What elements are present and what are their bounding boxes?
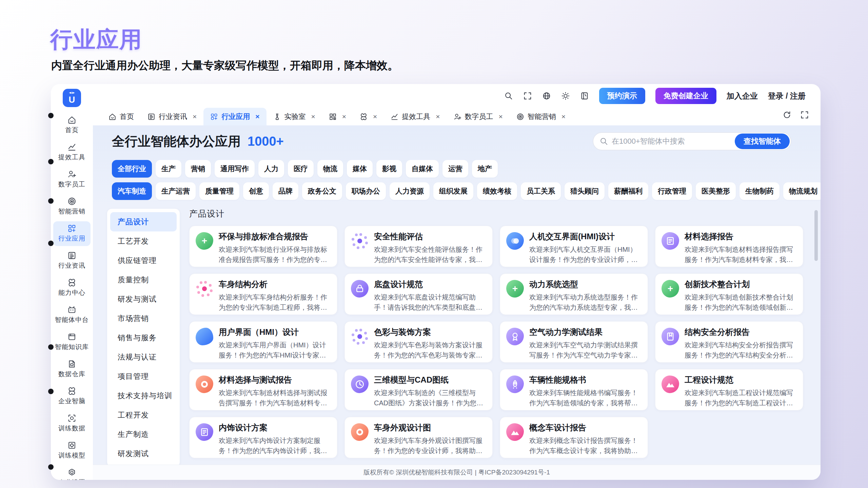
subcat[interactable]: 供应链管理	[110, 251, 177, 270]
chip[interactable]: 职场办公	[346, 182, 386, 200]
tab-close-icon[interactable]: ×	[561, 113, 566, 121]
agent-card[interactable]: 车辆性能规格书欢迎来到车辆性能规格书编写服务！作为汽车制造领域的专家，我将帮助您…	[500, 369, 648, 410]
refresh-icon[interactable]	[783, 110, 791, 119]
tab-tools[interactable]: 提效工具×	[384, 108, 447, 125]
subcat[interactable]: 销售与服务	[110, 328, 177, 347]
subcat[interactable]: 技术支持与培训	[110, 386, 177, 405]
agent-card[interactable]: 色彩与装饰方案欢迎来到汽车色彩与装饰方案设计服务！作为您的汽车色彩与装饰专家，我…	[344, 321, 493, 363]
create-enterprise-button[interactable]: 免费创建企业	[655, 88, 716, 104]
chip[interactable]: 营销	[185, 160, 211, 178]
agent-card[interactable]: 空气动力学测试结果欢迎来到汽车空气动力学测试结果撰写服务！作为汽车空气动力学专家…	[500, 321, 648, 363]
agent-card[interactable]: 人机交互界面(HMI)设计欢迎来到汽车人机交互界面（HMI）设计服务！作为您的专…	[500, 226, 648, 267]
globe-icon[interactable]	[542, 92, 551, 100]
content-scrollbar[interactable]	[814, 210, 818, 261]
tab-industry-apps[interactable]: 行业应用×	[203, 108, 266, 125]
agent-card[interactable]: 材料选择与测试报告欢迎来到汽车制造材料选择与测试报告撰写服务！作为汽车制造材料专…	[189, 369, 337, 410]
chip[interactable]: 医疗	[288, 160, 314, 178]
chip[interactable]: 创意	[243, 182, 269, 200]
book-demo-button[interactable]: 预约演示	[599, 88, 645, 104]
subcat[interactable]: 生产制造	[110, 425, 177, 444]
sidebar-item-industry-apps[interactable]: 行业应用	[53, 221, 91, 246]
sidebar-item-smart-marketing[interactable]: 智能营销	[53, 194, 91, 219]
subcat-product-design[interactable]: 产品设计	[110, 212, 177, 231]
chip[interactable]: 生产	[156, 160, 181, 178]
guide-icon[interactable]	[580, 92, 589, 100]
tab-lab[interactable]: 实验室×	[267, 108, 322, 125]
join-enterprise-link[interactable]: 加入企业	[727, 91, 758, 101]
agent-card[interactable]: 安全性能评估欢迎来到汽车安全性能评估服务！作为您的汽车安全性能评估专家，我将为您…	[344, 226, 493, 267]
sidebar-item-agent-platform[interactable]: 智能体中台	[53, 303, 91, 327]
tab-home[interactable]: 首页	[102, 108, 141, 125]
sidebar-item-enterprise-settings[interactable]: 企业设置	[53, 465, 91, 480]
tab-icon-only-2[interactable]: ×	[353, 108, 384, 125]
chip[interactable]: 自媒体	[406, 160, 439, 178]
sidebar-item-training-model[interactable]: 训练模型	[53, 438, 91, 463]
agent-card[interactable]: 概念车设计报告欢迎来到概念车设计报告撰写服务！作为汽车概念设计专家，我将协助您完…	[500, 417, 648, 458]
tab-close-icon[interactable]: ×	[255, 113, 259, 121]
chip[interactable]: 物流规划	[783, 182, 821, 200]
chip[interactable]: 地产	[472, 160, 498, 178]
tab-close-icon[interactable]: ×	[436, 113, 440, 121]
agent-card[interactable]: 用户界面（HMI）设计欢迎来到汽车用户界面（HMI）设计服务！作为您的汽车HMI…	[189, 321, 337, 363]
sidebar-item-training-data[interactable]: 训练数据	[53, 411, 91, 436]
chip[interactable]: 行政管理	[652, 182, 692, 200]
subcat[interactable]: 研发与测试	[110, 289, 177, 309]
tab-close-icon[interactable]: ×	[499, 113, 503, 121]
chip[interactable]: 物流	[317, 160, 343, 178]
agent-card[interactable]: +动力系统选型欢迎来到汽车动力系统选型服务！作为您的汽车动力系统选型专家，我将帮…	[500, 273, 648, 315]
subcat[interactable]: 质量控制	[110, 270, 177, 289]
chip-auto-manufacturing[interactable]: 汽车制造	[112, 182, 152, 200]
agent-card[interactable]: 车身结构分析欢迎来到汽车车身结构分析服务！作为您的专业汽车制造工程师，我将为您提…	[189, 273, 337, 315]
login-register-link[interactable]: 登录 / 注册	[768, 91, 806, 101]
theme-icon[interactable]	[561, 92, 570, 100]
chip[interactable]: 员工关系	[521, 182, 561, 200]
agent-card[interactable]: 工程设计规范欢迎来到汽车制造工程设计规范编写服务！作为您的汽车制造工程设计专家，…	[655, 369, 803, 410]
tab-smart-marketing[interactable]: 智能营销×	[510, 108, 572, 125]
sidebar-item-capability-center[interactable]: 能力中心	[53, 276, 91, 300]
chip-all-industries[interactable]: 全部行业	[112, 160, 152, 178]
sidebar-item-industry-news[interactable]: 行业资讯	[53, 248, 91, 273]
agent-card[interactable]: 结构安全分析报告欢迎来到汽车结构安全分析报告撰写服务！作为您的汽车结构安全分析师…	[655, 321, 803, 363]
agent-card[interactable]: 车身外观设计图欢迎来到汽车车身外观设计图撰写服务！作为您的专业设计师，我将助您打…	[344, 417, 493, 458]
chip[interactable]: 绩效考核	[477, 182, 517, 200]
agent-card[interactable]: 底盘设计规范欢迎来到汽车底盘设计规范编写助手！请告诉我您的汽车类型和底盘设计的特…	[344, 273, 493, 315]
sidebar-item-tools[interactable]: 提效工具	[53, 140, 91, 165]
chip[interactable]: 政务公文	[302, 182, 342, 200]
tab-industry-news[interactable]: 行业资讯×	[141, 108, 203, 125]
agent-card[interactable]: +创新技术整合计划欢迎来到汽车制造创新技术整合计划服务！作为您的汽车制造领域创新…	[655, 273, 803, 315]
sidebar-item-digital-staff[interactable]: 数字员工	[53, 167, 91, 192]
chip[interactable]: 组织发展	[433, 182, 473, 200]
tab-close-icon[interactable]: ×	[193, 113, 197, 121]
tab-close-icon[interactable]: ×	[373, 113, 377, 121]
agent-card[interactable]: 内饰设计方案欢迎来到汽车内饰设计方案制定服务！作为您的汽车内饰设计师，我将为您打…	[189, 417, 337, 458]
subcat[interactable]: 研发测试	[110, 444, 177, 463]
chip[interactable]: 通用写作	[215, 160, 255, 178]
sidebar-item-knowledge-base[interactable]: 智能知识库	[53, 330, 91, 354]
chip[interactable]: 猎头顾问	[565, 182, 605, 200]
subcat[interactable]: 法规与认证	[110, 347, 177, 367]
chip[interactable]: 薪酬福利	[608, 182, 648, 200]
search-input[interactable]: 在1000+智能体中搜索	[612, 136, 735, 146]
expand-icon[interactable]	[800, 110, 809, 119]
agent-card[interactable]: 三维模型与CAD图纸欢迎来到汽车制造的《三维模型与CAD图纸》方案设计服务！作为…	[344, 369, 493, 410]
find-agent-button[interactable]: 查找智能体	[735, 134, 790, 149]
agent-card[interactable]: +环保与排放标准合规报告欢迎来到汽车制造行业环保与排放标准合规报告撰写服务！作为…	[189, 226, 337, 267]
chip[interactable]: 运营	[442, 160, 468, 178]
subcat[interactable]: 工艺开发	[110, 231, 177, 251]
chip[interactable]: 影视	[376, 160, 402, 178]
search-icon[interactable]	[504, 92, 513, 100]
subcat[interactable]: 项目管理	[110, 367, 177, 386]
chip[interactable]: 品牌	[273, 182, 298, 200]
tab-icon-only-1[interactable]: ×	[322, 108, 353, 125]
sidebar-item-data-warehouse[interactable]: 数据仓库	[53, 357, 91, 382]
chip[interactable]: 医美整形	[696, 182, 736, 200]
sidebar-item-enterprise-brain[interactable]: 企业智脑	[53, 384, 91, 409]
chip[interactable]: 质量管理	[199, 182, 239, 200]
tab-close-icon[interactable]: ×	[311, 113, 315, 121]
chip[interactable]: 人力	[258, 160, 284, 178]
agent-card[interactable]: 材料选择报告欢迎来到汽车制造材料选择报告撰写服务！作为汽车制造材料专家，我将帮助…	[655, 226, 803, 267]
tab-digital-staff[interactable]: 数字员工×	[447, 108, 510, 125]
chip[interactable]: 人力资源	[390, 182, 430, 200]
chip[interactable]: 生物制药	[739, 182, 780, 200]
app-logo[interactable]: U	[63, 89, 81, 107]
